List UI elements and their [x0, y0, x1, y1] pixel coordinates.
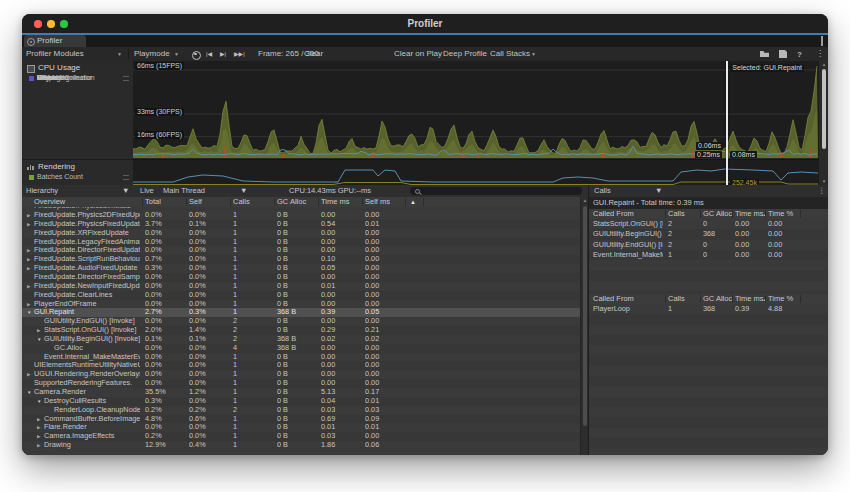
table-row-camera-render[interactable]: ▼Camera.Render35.5%1.2%10 B5.130.17: [22, 388, 580, 397]
scrollbar-thumb[interactable]: [822, 69, 826, 149]
table-row-commandbuffer-beforeimageeffects[interactable]: ▶CommandBuffer.BeforeImageEffects4.8%0.6…: [22, 415, 580, 424]
collapse-arrow-icon[interactable]: ▼: [27, 308, 31, 317]
table-row-camera-imageeffects[interactable]: ▶Camera.ImageEffects0.2%0.0%10 B0.030.00: [22, 432, 580, 441]
table-row-fixedupdate-clearlines[interactable]: FixedUpdate.ClearLines0.0%0.0%10 B0.000.…: [22, 291, 580, 300]
expand-arrow-icon[interactable]: ▶: [27, 220, 30, 229]
column-called-from[interactable]: Called From: [593, 294, 634, 304]
collapse-funnel-icon[interactable]: ▲: [410, 197, 416, 207]
clear-button[interactable]: Clear: [304, 47, 323, 61]
expand-arrow-icon[interactable]: ▶: [37, 415, 40, 424]
scrollbar-thumb[interactable]: [583, 206, 587, 426]
calls-row-guiutility-begingui-invoke[interactable]: GUIUtility.BeginGUI() [Invoke]23680.000.…: [589, 229, 828, 239]
chevron-down-icon[interactable]: ▼: [117, 47, 122, 61]
table-row-event-internal-makemastereventcurrent[interactable]: Event.Internal_MakeMasterEventCurrent0.0…: [22, 353, 580, 362]
save-profile-icon[interactable]: [779, 50, 787, 58]
chart-scrollbar[interactable]: ▲ ▼: [818, 61, 828, 185]
column-total[interactable]: Total: [145, 197, 161, 207]
chevron-down-icon[interactable]: ▼: [240, 185, 247, 197]
details-view-dropdown[interactable]: Calls: [594, 185, 611, 197]
calls-row-playerloop[interactable]: PlayerLoop13680.394.88: [589, 304, 828, 314]
table-row-fixedupdate-physicsfixedupdate[interactable]: ▶FixedUpdate.PhysicsFixedUpdate3.7%0.1%1…: [22, 220, 580, 229]
table-row-fixedupdate-directorfixedupdate[interactable]: ▶FixedUpdate.DirectorFixedUpdate0.0%0.0%…: [22, 246, 580, 255]
column-calls[interactable]: Calls: [668, 294, 685, 304]
table-row-guiutility-begingui-invoke[interactable]: ▼GUIUtility.BeginGUI() [Invoke]0.1%0.1%2…: [22, 335, 580, 344]
table-row-statsscript-ongui-invoke[interactable]: ▶StatsScript.OnGUI() [Invoke]2.0%1.4%20 …: [22, 326, 580, 335]
collapse-arrow-icon[interactable]: ▼: [37, 397, 41, 406]
expand-arrow-icon[interactable]: ▶: [27, 211, 30, 220]
calls-row-event-internal-makemastereventcurrent[interactable]: Event.Internal_MakeMasterEventCurrent100…: [589, 250, 828, 260]
first-frame-button[interactable]: |◀: [206, 47, 212, 61]
table-row-destroycullresults[interactable]: ▼DestroyCullResults0.3%0.0%10 B0.040.01: [22, 397, 580, 406]
target-mode-dropdown[interactable]: Playmode: [134, 47, 170, 61]
expand-arrow-icon[interactable]: ▶: [37, 441, 40, 450]
module-item-garbagecollector[interactable]: GarbageCollector: [22, 113, 133, 121]
table-row-playerendofframe[interactable]: ▶PlayerEndOfFrame0.0%0.0%10 B0.000.00: [22, 300, 580, 309]
module-item-batches-count[interactable]: Batches Count: [22, 173, 133, 181]
module-header-cpu[interactable]: CPU Usage: [22, 63, 133, 73]
column-gc-alloc[interactable]: GC Alloc: [277, 197, 306, 207]
table-row-renderloop-cleanupnodes[interactable]: RenderLoop.CleanupNodes0.2%0.2%20 B0.030…: [22, 406, 580, 415]
expand-arrow-icon[interactable]: ▶: [27, 370, 30, 379]
thread-dropdown[interactable]: Main Thread: [163, 185, 205, 197]
table-row-gui-repaint[interactable]: ▼GUI.Repaint2.7%0.3%1368 B0.390.05: [22, 308, 580, 317]
column-self[interactable]: Self: [189, 197, 202, 207]
module-item-physics[interactable]: Physics: [22, 97, 133, 105]
record-icon[interactable]: [192, 51, 201, 60]
column-overview[interactable]: Overview: [34, 197, 65, 207]
minimize-window-button[interactable]: [47, 20, 55, 28]
table-row-uielementsruntimeutilitynativeupdate[interactable]: UIElementsRuntimeUtilityNativeUpdate0.0%…: [22, 361, 580, 370]
column-time-ms[interactable]: Time ms▴: [735, 209, 766, 219]
expand-arrow-icon[interactable]: ▶: [37, 423, 40, 432]
module-item-animation[interactable]: Animation: [22, 105, 133, 113]
table-row-fixedupdate-xrfixedupdate[interactable]: FixedUpdate.XRFixedUpdate0.0%0.0%10 B0.0…: [22, 229, 580, 238]
table-row-fixedupdate-legacyfixedanimationupdate[interactable]: FixedUpdate.LegacyFixedAnimationUpdate0.…: [22, 238, 580, 247]
kebab-menu-icon[interactable]: ⋮: [818, 185, 826, 197]
help-icon[interactable]: ?: [797, 48, 802, 62]
cpu-usage-chart[interactable]: 66ms (15FPS) 33ms (30FPS) 16ms (60FPS) S…: [133, 61, 818, 158]
current-frame-button[interactable]: ▶▶|: [234, 47, 245, 61]
chevron-down-icon[interactable]: ▼: [174, 47, 179, 61]
column-time-ms[interactable]: Time ms▴: [735, 294, 766, 304]
calls-row-guiutility-endgui-invoke[interactable]: GUIUtility.EndGUI() [Invoke]200.000.00: [589, 240, 828, 250]
close-window-button[interactable]: [34, 20, 42, 28]
module-item-vsync[interactable]: VSync: [22, 121, 133, 129]
module-item-ui[interactable]: UI: [22, 136, 133, 144]
expand-arrow-icon[interactable]: ▶: [27, 255, 30, 264]
column-gc-alloc[interactable]: GC Alloc: [703, 294, 732, 304]
drag-handle-icon[interactable]: [123, 76, 129, 81]
table-row-fixedupdate-physics2dfixedupdate[interactable]: ▶FixedUpdate.Physics2DFixedUpdate0.0%0.0…: [22, 211, 580, 220]
column-self-ms[interactable]: Self ms: [365, 197, 390, 207]
clear-on-play-toggle[interactable]: Clear on Play: [394, 47, 442, 61]
scroll-down-icon[interactable]: ▼: [819, 179, 828, 184]
column-time[interactable]: Time %: [768, 294, 793, 304]
table-row-fixedupdate-newinputfixedupdate[interactable]: ▶FixedUpdate.NewInputFixedUpdate0.0%0.0%…: [22, 282, 580, 291]
module-header-rendering[interactable]: Rendering: [22, 162, 133, 172]
next-frame-button[interactable]: ▶|: [220, 47, 226, 61]
view-mode-dropdown[interactable]: Hierarchy: [26, 185, 58, 197]
rendering-chart[interactable]: 252.45k: [133, 159, 818, 186]
column-gc-alloc[interactable]: GC Alloc: [703, 209, 732, 219]
selected-frame-marker[interactable]: [726, 61, 728, 185]
table-row-fixedupdate-scriptrunbehaviourfixedupdate[interactable]: ▶FixedUpdate.ScriptRunBehaviourFixedUpda…: [22, 255, 580, 264]
expand-arrow-icon[interactable]: ▶: [27, 300, 30, 309]
chevron-down-icon[interactable]: ▼: [531, 47, 536, 61]
table-row-flare-render[interactable]: ▶Flare.Render0.0%0.0%10 B0.010.01: [22, 423, 580, 432]
live-toggle[interactable]: Live: [140, 185, 154, 197]
collapse-arrow-icon[interactable]: ▼: [27, 388, 31, 397]
table-row-guiutility-endgui-invoke[interactable]: GUIUtility.EndGUI() [Invoke]0.0%0.0%20 B…: [22, 317, 580, 326]
expand-arrow-icon[interactable]: ▶: [27, 264, 30, 273]
expand-arrow-icon[interactable]: ▶: [27, 282, 30, 291]
chevron-down-icon[interactable]: ▼: [122, 185, 129, 197]
load-profile-icon[interactable]: [760, 50, 769, 57]
profiler-modules-dropdown[interactable]: Profiler Modules: [26, 47, 84, 61]
title-bar[interactable]: Profiler: [22, 14, 828, 33]
zoom-window-button[interactable]: [60, 20, 68, 28]
search-input[interactable]: [410, 187, 582, 196]
expand-arrow-icon[interactable]: ▶: [27, 246, 30, 255]
column-called-from[interactable]: Called From: [593, 209, 634, 219]
table-row-fixedupdate-directorfixedsamplecallback[interactable]: FixedUpdate.DirectorFixedSampleCallback0…: [22, 273, 580, 282]
expand-arrow-icon[interactable]: ▶: [37, 326, 40, 335]
calls-row-statsscript-ongui-invoke[interactable]: StatsScript.OnGUI() [Invoke]200.000.00: [589, 219, 828, 229]
table-row-gc-alloc[interactable]: GC.Alloc0.0%0.0%4368 B0.000.00: [22, 344, 580, 353]
expand-arrow-icon[interactable]: ▶: [37, 432, 40, 441]
